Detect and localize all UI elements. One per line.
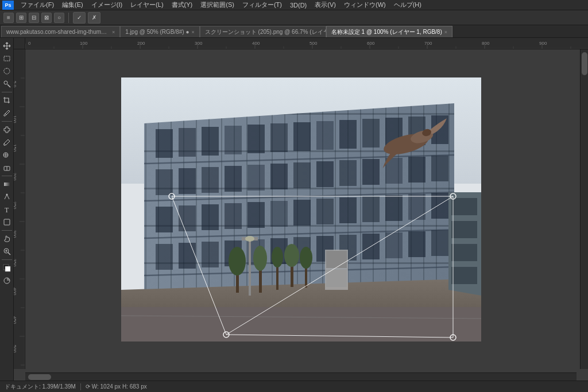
svg-text:200: 200 (14, 173, 17, 181)
tool-clone[interactable] (1, 149, 13, 161)
svg-text:400: 400 (252, 41, 260, 46)
menu-edit[interactable]: 編集(E) (59, 0, 87, 10)
tool-quick-mask[interactable] (1, 275, 13, 286)
options-circle-btn[interactable]: ○ (54, 13, 64, 23)
svg-rect-8 (4, 183, 10, 186)
image-container (121, 77, 481, 341)
svg-text:900: 900 (539, 41, 547, 46)
svg-rect-0 (4, 56, 10, 61)
menu-select[interactable]: 選択範囲(S) (197, 0, 238, 10)
tool-zoom[interactable] (1, 246, 13, 257)
svg-text:800: 800 (482, 41, 490, 46)
tool-shape[interactable] (1, 216, 13, 228)
menu-window[interactable]: ウィンドウ(W) (341, 0, 389, 10)
options-minus-btn[interactable]: ⊟ (29, 13, 39, 23)
photo-svg (121, 77, 481, 341)
ruler-top: 0 100 200 300 400 500 600 700 80 (25, 38, 588, 49)
svg-point-2 (4, 81, 7, 84)
menu-file[interactable]: ファイル(F) (17, 0, 57, 10)
tool-crop[interactable] (1, 95, 13, 106)
options-transform-cancel[interactable]: ✗ (88, 12, 100, 24)
svg-rect-115 (408, 157, 425, 183)
options-menu-btn[interactable]: ≡ (3, 13, 14, 23)
svg-rect-124 (316, 199, 334, 224)
options-close-btn[interactable]: ⊠ (41, 13, 52, 23)
svg-text:500: 500 (310, 41, 318, 46)
tab-3[interactable]: 名称未設定 1 @ 100% (レイヤー 1, RGB/8) × (326, 26, 452, 37)
tab-0[interactable]: www.pakutaso.com-shared-img-thumb-toyosu… (1, 26, 120, 37)
tool-move[interactable] (1, 40, 13, 52)
svg-rect-17 (5, 266, 10, 271)
menu-3d[interactable]: 3D(D) (287, 1, 310, 9)
svg-rect-125 (339, 197, 357, 223)
tool-magic-wand[interactable] (1, 78, 13, 90)
menu-filter[interactable]: フィルター(T) (239, 0, 285, 10)
tool-eraser[interactable] (1, 162, 13, 173)
tool-brush[interactable] (1, 137, 13, 148)
svg-rect-119 (202, 204, 219, 230)
tool-foreground-color[interactable] (1, 262, 13, 274)
menu-help[interactable]: ヘルプ(H) (390, 0, 425, 10)
svg-rect-152 (305, 266, 307, 288)
tool-eyedropper[interactable] (1, 107, 13, 119)
tab-0-label: www.pakutaso.com-shared-img-thumb-toyosu… (6, 29, 110, 35)
tool-hand[interactable] (1, 233, 13, 244)
tab-2-label: スクリーンショット (205).png @ 66.7% (レイヤー 0, RGB… (205, 28, 326, 36)
svg-rect-95 (247, 125, 265, 153)
main-area: T (0, 38, 588, 381)
svg-rect-159 (326, 270, 347, 287)
tool-pen[interactable] (1, 191, 13, 203)
svg-rect-123 (293, 200, 311, 226)
svg-rect-121 (247, 202, 265, 228)
tool-type[interactable]: T (1, 204, 13, 215)
tab-0-close[interactable]: × (112, 29, 115, 35)
image-canvas (25, 49, 577, 369)
svg-text:T: T (5, 206, 9, 214)
menu-type[interactable]: 書式(Y) (168, 0, 196, 10)
tool-healing[interactable] (1, 124, 13, 135)
tab-3-label: 名称未設定 1 @ 100% (レイヤー 1, RGB/8) (331, 28, 442, 36)
status-bar: ドキュメント: 1.39M/1.39M ⟳ W: 1024 px H: 683 … (0, 381, 588, 392)
menu-layer[interactable]: レイヤー(L) (127, 0, 167, 10)
svg-rect-141 (408, 231, 425, 257)
tool-lasso[interactable] (1, 65, 13, 77)
svg-line-13 (8, 253, 10, 255)
svg-rect-111 (316, 161, 334, 187)
options-bar: ≡ ⊞ ⊟ ⊠ ○ ✓ ✗ (0, 10, 588, 25)
svg-text:300: 300 (14, 230, 17, 238)
canvas-area[interactable]: 0 100 200 300 400 500 600 700 80 (14, 38, 588, 381)
tool-marquee-rect[interactable] (1, 53, 13, 64)
svg-text:100: 100 (80, 41, 88, 46)
tab-1[interactable]: 1.jpg @ 50% (RGB/8#) ● × (120, 26, 200, 37)
svg-text:250: 250 (14, 201, 17, 209)
svg-point-149 (272, 247, 283, 267)
menu-image[interactable]: イメージ(I) (88, 0, 126, 10)
svg-point-9 (6, 194, 7, 196)
svg-rect-127 (385, 195, 403, 221)
svg-rect-94 (225, 126, 242, 154)
tab-3-close[interactable]: × (444, 29, 447, 35)
scrollbar-h-thumb[interactable] (28, 374, 51, 380)
svg-rect-117 (156, 207, 173, 232)
scrollbar-horizontal[interactable] (25, 372, 577, 381)
svg-rect-108 (247, 165, 265, 191)
tool-gradient[interactable] (1, 178, 13, 190)
svg-rect-113 (362, 159, 380, 185)
svg-rect-99 (339, 120, 357, 149)
tab-1-close[interactable]: × (192, 29, 195, 35)
svg-text:700: 700 (424, 41, 432, 46)
status-doc-info: ドキュメント: 1.39M/1.39M (5, 383, 76, 391)
tab-bar: www.pakutaso.com-shared-img-thumb-toyosu… (0, 25, 588, 38)
svg-rect-92 (179, 128, 196, 157)
options-sep-1 (68, 13, 69, 23)
tool-sep-4 (2, 230, 12, 231)
options-transform-check[interactable]: ✓ (73, 12, 86, 24)
scrollbar-v-thumb[interactable] (582, 52, 587, 75)
tab-2[interactable]: スクリーンショット (205).png @ 66.7% (レイヤー 0, RGB… (200, 26, 326, 37)
svg-text:0: 0 (28, 41, 31, 46)
scrollbar-vertical[interactable] (580, 49, 588, 369)
options-grid-btn[interactable]: ⊞ (16, 13, 26, 23)
tool-sep-2 (2, 121, 12, 122)
svg-rect-150 (291, 264, 293, 287)
menu-view[interactable]: 表示(V) (311, 0, 339, 10)
